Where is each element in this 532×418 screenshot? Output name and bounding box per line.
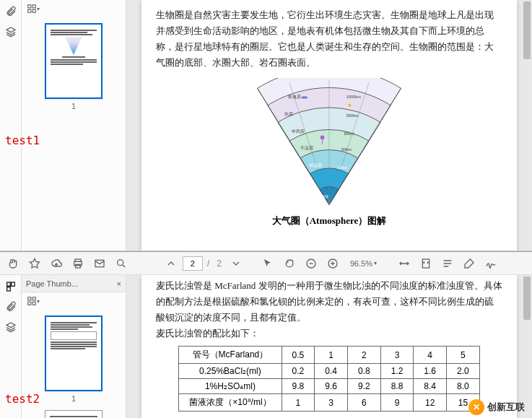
zoom-display[interactable]: 96.5%▾ [344,259,383,268]
svg-rect-36 [28,302,31,305]
thumbnail-panel: ▾ 1 [22,0,126,251]
hand-icon[interactable] [3,254,23,273]
svg-text:50km: 50km [341,148,352,152]
svg-text:热层: 热层 [284,112,293,116]
table-row: 1%H₂SO₄ml) 9.8 9.6 9.2 8.8 8.4 8.0 [179,379,479,394]
mcfarland-table: 管号（McFarland） 0.5 1 2 3 4 5 0.25%BaCl₂(m… [178,346,479,412]
svg-point-27 [118,259,123,265]
svg-rect-34 [28,297,31,300]
svg-rect-37 [32,302,35,305]
svg-text:12km: 12km [337,165,347,170]
brand-logo-icon: ✕ [468,399,484,415]
svg-text:500km: 500km [346,113,359,118]
thumb-controls: ▾ [22,0,126,17]
thumb-page-number: 1 [27,102,120,110]
diagram-caption: 大气圈（Atmosphere）图解 [156,214,502,227]
layers-icon[interactable] [2,23,19,40]
page-sep: / [204,258,212,269]
svg-text:中间层: 中间层 [292,129,305,134]
fit-width-icon[interactable] [394,254,414,273]
svg-rect-30 [422,259,429,268]
thumb-options-icon-2[interactable]: ▾ [26,295,40,308]
atmosphere-diagram: 散逸层 1000km 热层 500km 中间层 80km 平流层 50km 对流… [156,78,502,227]
thumb-page-number-2: 1 [27,394,120,403]
attach-icon[interactable] [2,3,19,20]
document-area-2[interactable]: 麦氏比浊管是 McFarland 发明的一种用于微生物比浊的不同浊度的标准浊度管… [126,275,532,418]
svg-rect-21 [302,97,308,99]
svg-rect-33 [11,282,14,286]
svg-text:对流层: 对流层 [309,163,322,168]
text-reflow-icon[interactable] [437,254,458,273]
layers-icon-2[interactable] [2,318,19,336]
svg-point-20 [320,136,325,140]
svg-text:1000km: 1000km [346,95,361,100]
zoom-in-icon[interactable] [323,254,343,273]
thumb-header: Page Thumb... × [22,275,126,292]
svg-text:地球: 地球 [320,194,328,199]
highlight-icon[interactable] [459,254,479,273]
signature-icon[interactable] [481,254,501,273]
svg-text:平流层: 平流层 [300,146,313,151]
thumbnail-item-2[interactable]: 1 [27,315,120,403]
svg-rect-0 [28,5,31,8]
table-row: 菌液浓度（×10⁸/ml） 1 3 6 9 12 15 [179,394,479,412]
test2-label: test2 [5,392,40,406]
sidebar-rail [0,0,22,251]
table-row: 0.25%BaCl₂(ml) 0.2 0.4 0.8 1.2 1.6 2.0 [179,364,479,379]
page-down-icon[interactable] [226,254,246,273]
toolbar: / 2 96.5%▾ [0,252,532,275]
zoom-out-icon[interactable] [301,254,321,273]
thumbnail-item-3[interactable] [27,410,120,418]
attach-icon-2[interactable] [2,298,19,315]
fit-page-icon[interactable] [416,254,436,273]
svg-text:80km: 80km [344,131,354,136]
doc1-paragraph: 生物圈是自然灾害主要发生地，它衍生出环境生态灾害。生物圈是地球上凡是出现并感受到… [156,7,502,71]
test1-label: test1 [5,134,40,147]
document-area[interactable]: 生物圈是自然灾害主要发生地，它衍生出环境生态灾害。生物圈是地球上凡是出现并感受到… [126,0,532,251]
pointer-icon[interactable] [258,254,278,273]
page-total: 2 [214,258,224,269]
svg-rect-1 [32,5,35,8]
scrollbar-2[interactable] [523,277,531,320]
close-icon[interactable]: × [117,279,121,288]
page-up-icon[interactable] [161,254,181,273]
table-row: 管号（McFarland） 0.5 1 2 3 4 5 [179,347,479,364]
thumbnail-item[interactable]: 1 [27,23,120,110]
doc2-line2: 麦氏比浊管的配比如下： [156,326,502,341]
scrollbar[interactable] [523,1,531,59]
svg-rect-31 [6,282,10,286]
svg-rect-35 [32,297,35,300]
grab-icon[interactable] [279,254,300,273]
page-input[interactable] [183,256,203,271]
svg-point-22 [349,104,352,107]
thumb-options-icon[interactable]: ▾ [26,2,40,15]
search-icon[interactable] [111,254,131,273]
svg-rect-3 [32,9,35,12]
svg-text:散逸层: 散逸层 [288,95,301,100]
doc2-paragraph: 麦氏比浊管是 McFarland 发明的一种用于微生物比浊的不同浊度的标准浊度管… [156,278,502,326]
cloud-upload-icon[interactable] [46,254,66,273]
thumbnails-icon[interactable] [2,278,19,295]
svg-rect-32 [6,287,10,291]
mail-icon[interactable] [90,254,110,273]
print-icon[interactable] [68,254,88,273]
svg-rect-2 [28,9,31,12]
brand-watermark: ✕ 创新互联 [468,399,525,415]
star-icon[interactable] [25,254,45,273]
